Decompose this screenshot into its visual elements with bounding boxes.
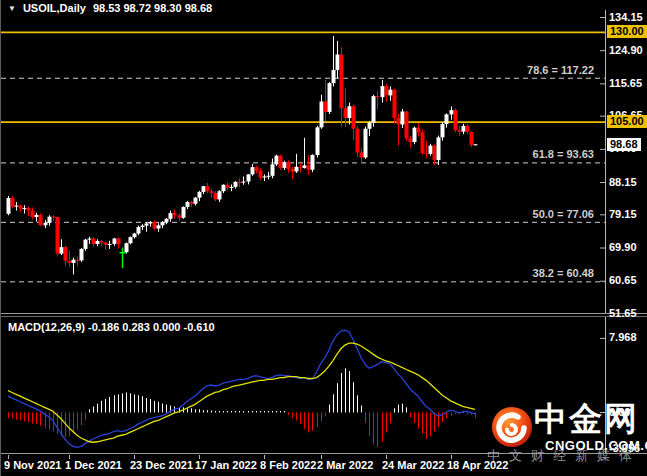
fib-level-label: 50.0 = 77.06 <box>533 208 594 220</box>
macd-axis-label: -3.956 <box>609 442 640 455</box>
fib-level-label: 61.8 = 93.63 <box>533 148 594 160</box>
date-axis-label: 24 Mar 2022 <box>382 459 444 471</box>
price-axis-label: 60.65 <box>609 274 637 287</box>
chart-ohlc-values: 98.53 98.72 98.30 98.68 <box>93 2 212 14</box>
fib-level-label: 78.6 = 117.22 <box>527 64 594 76</box>
date-axis-label: 1 Dec 2021 <box>65 459 122 471</box>
chart-window: ▼ USOIL,Daily 98.53 98.72 98.30 98.68 MA… <box>0 0 647 476</box>
macd-axis-label: 0.00 <box>609 406 630 419</box>
panel-divider[interactable] <box>1 313 647 317</box>
level-price-badge: 130.00 <box>607 25 647 38</box>
price-axis-label: 115.65 <box>609 77 642 90</box>
date-axis-label: 17 Jan 2022 <box>195 459 257 471</box>
price-axis-label: 79.15 <box>609 208 637 221</box>
date-axis-label: 23 Dec 2021 <box>130 459 193 471</box>
current-price-badge: 98.68 <box>607 138 641 151</box>
cngold-logo-icon <box>491 406 533 448</box>
price-axis-label: 69.90 <box>609 241 637 254</box>
date-axis-label: 8 Feb 2022 <box>260 459 316 471</box>
macd-indicator-label: MACD(12,26,9) -0.186 0.283 0.000 -0.610 <box>8 321 215 333</box>
price-axis-label: 51.65 <box>609 307 637 320</box>
macd-axis-label: 7.968 <box>609 331 637 344</box>
chart-symbol-title: USOIL,Daily <box>23 2 86 14</box>
date-axis-label: 2 Mar 2022 <box>317 459 373 471</box>
level-price-badge: 105.00 <box>607 115 647 128</box>
price-axis-label: 88.15 <box>609 176 637 189</box>
date-axis-label: 9 Nov 2021 <box>4 459 61 471</box>
date-axis-label: 18 Apr 2022 <box>447 459 508 471</box>
price-axis-label: 134.15 <box>609 11 643 24</box>
symbol-dropdown-icon[interactable]: ▼ <box>8 3 16 14</box>
fib-level-label: 38.2 = 60.48 <box>533 267 594 279</box>
chart-title-bar: ▼ USOIL,Daily 98.53 98.72 98.30 98.68 <box>8 2 212 14</box>
price-axis-label: 124.90 <box>609 44 643 57</box>
